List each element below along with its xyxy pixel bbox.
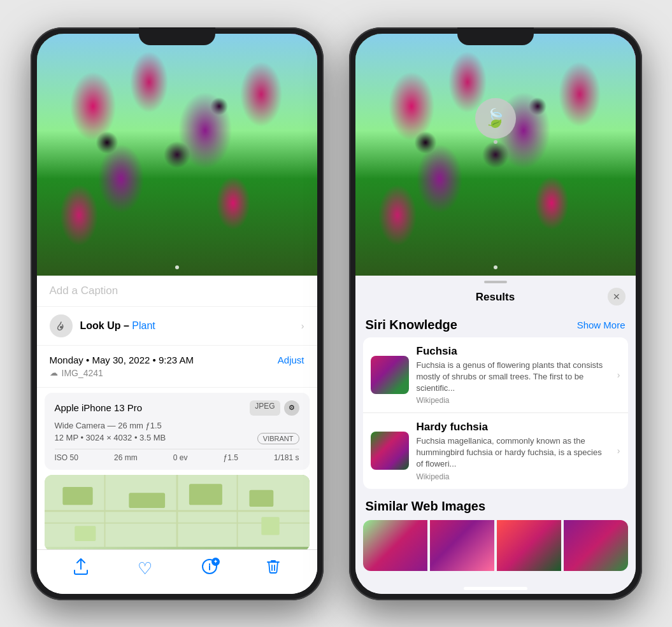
hardy-name: Hardy fuchsia [417,421,610,433]
iso-value: ISO 50 [55,453,78,462]
cloud-icon: ☁ [50,368,58,377]
photo-specs: 12 MP • 3024 × 4032 • 3.5 MB [55,433,166,442]
show-more-button[interactable]: Show More [577,320,626,330]
map-section[interactable] [45,475,310,551]
close-icon: ✕ [613,292,620,302]
info-button[interactable]: ✦ [202,559,217,578]
fuchsia-source: Wikipedia [417,396,610,405]
home-bar-left [145,587,209,590]
device-name: Apple iPhone 13 Pro [55,402,143,413]
format-badge: JPEG [250,400,280,416]
caption-placeholder[interactable]: Add a Caption [50,285,118,297]
fuchsia-description: Fuchsia is a genus of flowering plants t… [417,360,610,395]
siri-visual-button[interactable]: 🍃 [475,98,516,139]
hardy-thumbnail [371,432,409,470]
leaf-icon: 🍃 [484,108,506,129]
phone-notch [139,27,215,45]
svg-rect-10 [249,490,273,506]
exif-row: ISO 50 26 mm 0 ev ƒ1.5 1/181 s [55,449,299,462]
results-panel: Results ✕ Siri Knowledge Show More [355,276,636,594]
knowledge-item-hardy[interactable]: Hardy fuchsia Fuchsia magellanica, commo… [363,413,628,489]
date-text: Monday • May 30, 2022 • 9:23 AM [50,355,194,365]
svg-rect-7 [62,486,92,504]
fuchsia-text: Fuchsia Fuchsia is a genus of flowering … [417,345,610,405]
similar-image-1[interactable] [363,520,427,571]
fuchsia-thumbnail [371,356,409,394]
flower-image-left[interactable] [37,34,317,276]
share-button[interactable] [74,558,88,579]
svg-rect-11 [261,517,279,535]
svg-point-0 [60,326,62,328]
fuchsia-name: Fuchsia [417,345,610,358]
device-section: Apple iPhone 13 Pro JPEG ⚙ Wide Camera —… [45,393,310,470]
svg-rect-9 [189,484,222,505]
flower-image-right: 🍃 [355,34,636,276]
close-button[interactable]: ✕ [608,288,626,306]
home-bar-right [464,587,527,590]
adjust-button[interactable]: Adjust [278,355,304,365]
vibrant-badge: VIBRANT [257,433,299,444]
lookup-row[interactable]: Look Up – Plant › [37,307,317,346]
page-indicator-right [494,265,497,269]
filename: IMG_4241 [62,368,103,378]
similar-image-3[interactable] [497,520,561,571]
siri-knowledge-section-header: Siri Knowledge Show More [366,318,626,332]
lookup-label: Look Up – Plant [80,320,155,332]
similar-image-2[interactable] [430,520,494,571]
caption-area[interactable]: Add a Caption [37,276,317,307]
page-indicator [175,265,179,269]
results-title: Results [476,291,515,304]
similar-title: Similar Web Images [366,499,486,513]
shutter-value: 1/181 s [274,453,299,462]
metadata-section: Monday • May 30, 2022 • 9:23 AM Adjust ☁… [37,346,317,388]
gear-icon: ⚙ [284,400,299,416]
heart-button[interactable]: ♡ [138,559,152,579]
trash-button[interactable] [267,559,280,578]
ev-value: 0 ev [173,453,188,462]
hardy-source: Wikipedia [417,472,610,481]
results-header: Results ✕ [355,283,636,310]
similar-images-row [363,520,628,571]
lookup-chevron: › [301,321,304,331]
hardy-description: Fuchsia magellanica, commonly known as t… [417,435,610,470]
hardy-chevron: › [617,446,620,456]
right-phone-screen: 🍃 Results ✕ [355,34,636,594]
siri-dot [494,140,497,144]
fuchsia-chevron: › [617,370,620,380]
aperture-value: ƒ1.5 [224,453,238,462]
focal-value: 26 mm [114,453,138,462]
siri-knowledge-title: Siri Knowledge [366,318,457,332]
info-badge: ✦ [211,558,220,566]
left-phone: Add a Caption Look Up – Plant [31,27,324,600]
hardy-text: Hardy fuchsia Fuchsia magellanica, commo… [417,421,610,481]
left-phone-screen: Add a Caption Look Up – Plant [37,34,317,594]
camera-specs: Wide Camera — 26 mm ƒ1.5 [55,421,299,430]
knowledge-item-fuchsia[interactable]: Fuchsia Fuchsia is a genus of flowering … [363,337,628,414]
knowledge-card: Fuchsia Fuchsia is a genus of flowering … [363,337,628,489]
similar-image-4[interactable] [564,520,628,571]
results-content: Siri Knowledge Show More Fuchsia Fuchsia… [355,310,636,594]
phone-notch-right [457,27,534,45]
similar-section-header: Similar Web Images [366,499,626,514]
svg-rect-12 [75,526,96,541]
right-phone: 🍃 Results ✕ [349,27,642,600]
svg-rect-8 [129,493,165,508]
siri-icon [50,314,73,337]
photo-info-section: Add a Caption Look Up – Plant [37,276,317,594]
